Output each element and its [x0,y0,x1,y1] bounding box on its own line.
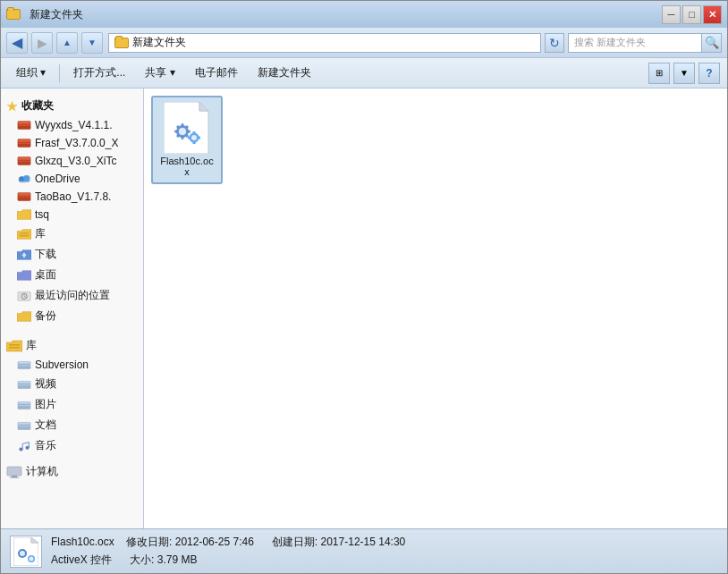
address-path: 新建文件夹 [132,35,186,50]
svg-rect-37 [18,425,30,427]
up-button[interactable]: ▲ [56,32,78,54]
favorites-label: 收藏夹 [21,98,54,114]
sidebar-item-download[interactable]: 下载 [1,244,143,265]
window-controls: ─ □ ✕ [662,5,722,24]
view-details-button[interactable]: ▼ [673,63,695,84]
music-icon [17,440,31,452]
sidebar-recent-label: 最近访问的位置 [35,288,110,303]
toolbar-right: ⊞ ▼ ? [648,63,720,84]
computer-section-header[interactable]: 计算机 [1,461,143,482]
svg-rect-61 [198,137,200,139]
sidebar-item-desktop[interactable]: 桌面 [1,265,143,285]
desktop-folder-icon [17,269,31,282]
sidebar-tsq-label: tsq [35,208,49,221]
svg-rect-36 [18,426,30,429]
sidebar-download-label: 下载 [35,247,56,262]
sidebar: ★ 收藏夹 Wyyxds_V4.1.1. Frasf_V3.7.0.0_X [1,89,144,528]
content-area: Flash10c.ocx [144,89,727,528]
title-bar-left: 新建文件夹 [6,7,83,22]
svg-rect-28 [18,364,30,367]
status-line2: ActiveX 控件 大小: 3.79 MB [51,552,405,569]
address-folder-icon [114,38,129,48]
sidebar-video-label: 视频 [35,376,56,392]
library-section-header[interactable]: 库 [1,335,143,356]
sidebar-wyy-label: Wyyxds_V4.1.1. [35,119,113,131]
document-icon [17,419,31,432]
status-modified-date: 2012-06-25 7:46 [175,536,254,548]
svg-rect-18 [20,234,30,235]
favorites-header[interactable]: ★ 收藏夹 [1,96,143,116]
sidebar-item-recent[interactable]: 最近访问的位置 [1,285,143,306]
sidebar-desktop-label: 桌面 [35,267,56,283]
status-filename: Flash10c.ocx [51,536,114,548]
sidebar-item-wyy[interactable]: Wyyxds_V4.1.1. [1,116,143,134]
search-icon: 🔍 [705,36,719,49]
svg-rect-26 [9,347,20,349]
sidebar-subversion-label: Subversion [35,359,89,371]
svg-rect-58 [193,131,196,134]
file-icon-wrapper [162,103,212,153]
sidebar-item-glxzq[interactable]: Glxzq_V3.0_XiTc [1,152,143,170]
recent-icon [17,290,31,302]
refresh-button[interactable]: ↻ [545,33,564,53]
svg-rect-31 [18,384,30,386]
svg-rect-25 [9,344,20,346]
svg-point-40 [26,446,30,450]
folder-icon-tsq [17,208,31,221]
dropdown-button[interactable]: ▼ [81,32,103,54]
view-toggle-button[interactable]: ⊞ [648,63,670,84]
status-file-icon [10,536,42,568]
minimize-button[interactable]: ─ [662,5,681,24]
sidebar-item-subversion[interactable]: Subversion [1,356,143,374]
sidebar-item-video[interactable]: 视频 [1,374,143,394]
file-item-flash10c[interactable]: Flash10c.ocx [151,96,223,184]
sidebar-item-music[interactable]: 音乐 [1,435,143,456]
back-button[interactable]: ◀ [6,32,28,54]
svg-rect-5 [18,139,30,143]
sidebar-item-picture[interactable]: 图片 [1,394,143,415]
email-button[interactable]: 电子邮件 [187,62,246,85]
stack-icon-glxzq [17,155,31,167]
sidebar-glxzq-label: Glxzq_V3.0_XiTc [35,155,116,167]
svg-marker-45 [199,102,208,111]
new-folder-button[interactable]: 新建文件夹 [250,62,319,85]
organize-button[interactable]: 组织 ▾ [8,62,54,85]
svg-rect-41 [7,467,21,476]
sidebar-item-onedrive[interactable]: OneDrive [1,170,143,188]
sidebar-item-document[interactable]: 文档 [1,415,143,435]
svg-rect-43 [10,477,19,477]
svg-rect-29 [18,361,30,364]
address-input[interactable]: 新建文件夹 [108,33,541,53]
picture-icon [17,399,31,411]
window-title: 新建文件夹 [30,7,83,22]
svg-rect-32 [18,381,30,384]
close-button[interactable]: ✕ [703,5,722,24]
svg-rect-50 [174,131,178,133]
sidebar-item-frasf[interactable]: Frasf_V3.7.0.0_X [1,134,143,152]
svg-rect-8 [18,157,30,161]
svg-rect-49 [182,136,184,139]
library-folder-icon [6,340,22,352]
sidebar-frasf-label: Frasf_V3.7.0.0_X [35,137,118,149]
svg-rect-59 [193,141,196,144]
help-button[interactable]: ? [698,63,720,84]
svg-rect-34 [18,404,30,407]
sidebar-item-backup[interactable]: 备份 [1,306,143,326]
search-input[interactable]: 搜索 新建文件夹 [568,33,702,53]
status-file-svg [13,537,38,566]
search-button[interactable]: 🔍 [702,33,722,53]
sidebar-item-ku[interactable]: 库 [1,224,143,244]
toolbar: 组织 ▾ 打开方式... 共享 ▾ 电子邮件 新建文件夹 ⊞ ▼ ? [1,58,727,89]
backup-icon [17,310,31,323]
open-with-button[interactable]: 打开方式... [65,62,133,85]
maximize-button[interactable]: □ [682,5,701,24]
stack-icon-wyy [17,119,31,131]
sidebar-item-tsq[interactable]: tsq [1,206,143,224]
status-bar: Flash10c.ocx 修改日期: 2012-06-25 7:46 创建日期:… [1,528,727,573]
svg-marker-63 [31,537,38,543]
sidebar-taobao-label: TaoBao_V1.7.8. [35,190,111,203]
share-button[interactable]: 共享 ▾ [137,62,182,85]
sidebar-item-taobao[interactable]: TaoBao_V1.7.8. [1,188,143,206]
search-placeholder: 搜索 新建文件夹 [574,36,646,49]
forward-button[interactable]: ▶ [31,32,53,54]
